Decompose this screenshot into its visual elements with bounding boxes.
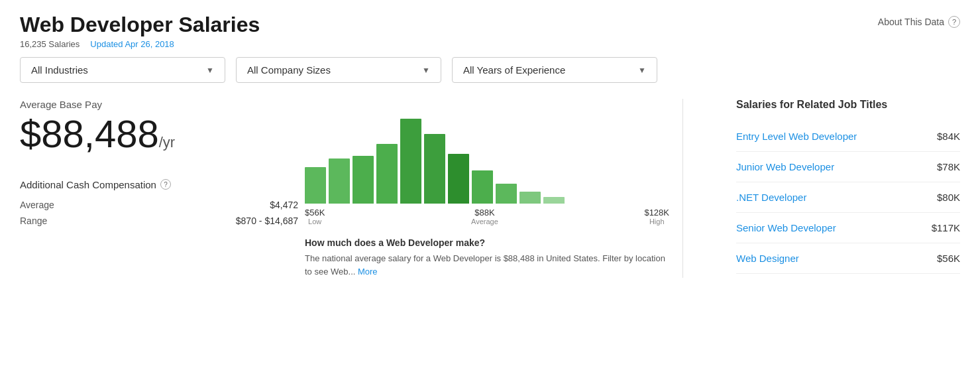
chart-label-high: $128K High: [644, 208, 669, 225]
chart-bar-0: [305, 167, 326, 204]
chart-bar-1: [329, 158, 350, 204]
related-job-link-senior[interactable]: Senior Web Developer: [736, 222, 836, 233]
avg-base-pay-amount: $88,488: [20, 112, 159, 155]
chart-bar-10: [543, 197, 565, 204]
chart-bar-5: [424, 134, 445, 204]
cash-comp-header: Additional Cash Compensation ?: [20, 179, 298, 190]
chart-high-amount: $128K: [644, 208, 669, 218]
more-link[interactable]: More: [358, 267, 378, 277]
related-job-salary-senior: $117K: [932, 222, 960, 233]
chart-avg-desc: Average: [471, 218, 498, 225]
company-sizes-chevron-icon: ▼: [422, 66, 430, 75]
updated-date: Updated Apr 26, 2018: [90, 39, 174, 49]
filters-row: All Industries ▼ All Company Sizes ▼ All…: [20, 57, 960, 83]
range-comp-row: Range $870 - $14,687: [20, 213, 298, 229]
right-panel: Salaries for Related Job Titles Entry Le…: [696, 99, 960, 278]
chart-bar-6: [448, 154, 469, 204]
cash-comp-section: Additional Cash Compensation ? Average $…: [20, 179, 298, 229]
related-job-salary-junior: $78K: [937, 161, 960, 172]
related-job-row-net-dev: .NET Developer$80K: [736, 182, 960, 213]
left-panel: Average Base Pay $88,488/yr Additional C…: [20, 99, 298, 278]
avg-base-pay-value: $88,488/yr: [20, 113, 298, 155]
related-job-salary-net-dev: $80K: [937, 192, 960, 203]
related-job-row-junior: Junior Web Developer$78K: [736, 152, 960, 182]
salary-chart: [305, 99, 669, 205]
related-job-link-junior[interactable]: Junior Web Developer: [736, 161, 834, 172]
page-title: Web Developer Salaries: [20, 13, 260, 36]
subtitle-row: 16,235 Salaries Updated Apr 26, 2018: [20, 39, 260, 49]
chart-low-amount: $56K: [305, 208, 325, 218]
industries-chevron-icon: ▼: [206, 66, 214, 75]
desc-question: How much does a Web Developer make?: [305, 237, 669, 248]
cash-comp-label: Additional Cash Compensation: [20, 179, 156, 190]
cash-comp-help-icon[interactable]: ?: [160, 179, 171, 190]
related-job-salary-designer: $56K: [937, 253, 960, 264]
per-yr-label: /yr: [159, 134, 175, 151]
chart-bar-4: [400, 119, 421, 204]
page-header: Web Developer Salaries 16,235 Salaries U…: [20, 13, 960, 49]
header-left: Web Developer Salaries 16,235 Salaries U…: [20, 13, 260, 49]
company-sizes-dropdown[interactable]: All Company Sizes ▼: [236, 57, 441, 83]
related-job-link-net-dev[interactable]: .NET Developer: [736, 192, 806, 203]
industries-label: All Industries: [31, 64, 88, 76]
chart-avg-amount: $88K: [471, 208, 498, 218]
middle-panel: $56K Low $88K Average $128K High How muc…: [298, 99, 669, 278]
related-jobs-list: Entry Level Web Developer$84KJunior Web …: [736, 121, 960, 274]
related-job-salary-entry-level: $84K: [937, 131, 960, 142]
salary-count: 16,235 Salaries: [20, 39, 80, 49]
avg-base-pay-label: Average Base Pay: [20, 99, 298, 110]
description-section: How much does a Web Developer make? The …: [305, 237, 669, 278]
chart-bar-7: [472, 170, 493, 204]
average-comp-row: Average $4,472: [20, 197, 298, 213]
desc-text: The national average salary for a Web De…: [305, 252, 669, 278]
experience-label: All Years of Experience: [463, 64, 565, 76]
chart-label-avg: $88K Average: [471, 208, 498, 225]
chart-low-desc: Low: [305, 218, 325, 225]
divider: [682, 99, 683, 278]
related-job-row-entry-level: Entry Level Web Developer$84K: [736, 121, 960, 152]
range-label: Range: [20, 216, 47, 226]
industries-dropdown[interactable]: All Industries ▼: [20, 57, 225, 83]
chart-bar-8: [496, 184, 517, 204]
chart-label-low: $56K Low: [305, 208, 325, 225]
average-label: Average: [20, 200, 54, 210]
related-job-row-designer: Web Designer$56K: [736, 243, 960, 274]
chart-bar-2: [353, 156, 374, 204]
related-job-link-designer[interactable]: Web Designer: [736, 253, 799, 264]
chart-high-desc: High: [644, 218, 669, 225]
range-value: $870 - $14,687: [236, 216, 298, 226]
related-jobs-title: Salaries for Related Job Titles: [736, 99, 960, 111]
main-content: Average Base Pay $88,488/yr Additional C…: [20, 99, 960, 278]
related-job-link-entry-level[interactable]: Entry Level Web Developer: [736, 131, 857, 142]
company-sizes-label: All Company Sizes: [247, 64, 331, 76]
about-data-label: About This Data: [878, 17, 944, 27]
about-data-help-icon: ?: [948, 16, 960, 28]
experience-dropdown[interactable]: All Years of Experience ▼: [452, 57, 657, 83]
chart-bar-9: [519, 192, 541, 204]
related-job-row-senior: Senior Web Developer$117K: [736, 213, 960, 243]
about-data-button[interactable]: About This Data ?: [878, 16, 960, 28]
chart-bar-3: [376, 144, 398, 204]
chart-labels: $56K Low $88K Average $128K High: [305, 208, 669, 225]
average-value: $4,472: [270, 200, 298, 210]
experience-chevron-icon: ▼: [638, 66, 646, 75]
